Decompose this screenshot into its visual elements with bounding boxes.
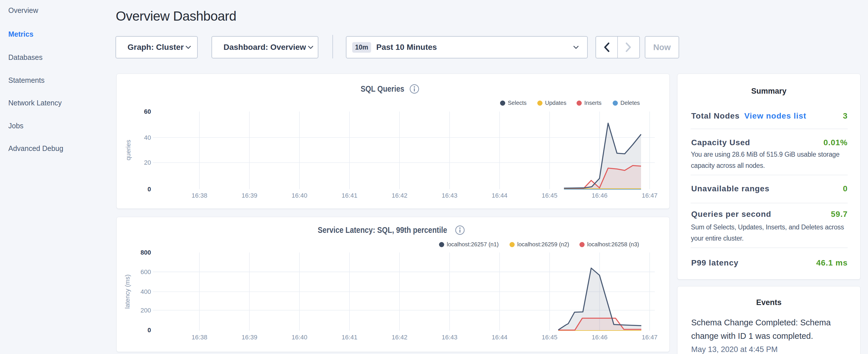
svg-text:16:44: 16:44 (492, 192, 507, 199)
svg-text:16:43: 16:43 (442, 192, 457, 199)
svg-text:20: 20 (144, 159, 151, 166)
svg-text:600: 600 (141, 268, 151, 276)
svg-text:400: 400 (141, 288, 151, 295)
svg-text:16:47: 16:47 (642, 334, 657, 341)
svg-text:16:38: 16:38 (191, 192, 207, 199)
svg-text:16:44: 16:44 (492, 334, 507, 341)
svg-text:16:43: 16:43 (442, 334, 457, 341)
svg-text:16:42: 16:42 (392, 192, 407, 199)
svg-text:16:45: 16:45 (541, 334, 557, 341)
svg-text:16:42: 16:42 (392, 334, 407, 341)
svg-text:40: 40 (144, 134, 151, 141)
svg-text:16:40: 16:40 (291, 334, 307, 341)
svg-text:16:45: 16:45 (541, 192, 557, 199)
svg-text:16:39: 16:39 (242, 192, 257, 199)
svg-text:16:41: 16:41 (342, 334, 358, 341)
svg-text:800: 800 (141, 249, 151, 256)
svg-text:16:39: 16:39 (242, 334, 257, 341)
svg-text:16:46: 16:46 (592, 334, 608, 341)
svg-text:60: 60 (144, 108, 151, 115)
svg-text:16:40: 16:40 (291, 192, 307, 199)
svg-text:16:46: 16:46 (592, 192, 608, 199)
svg-text:16:41: 16:41 (342, 192, 358, 199)
svg-text:0: 0 (148, 326, 151, 334)
svg-text:latency (ms): latency (ms) (124, 275, 131, 309)
svg-text:200: 200 (141, 307, 151, 314)
svg-text:16:38: 16:38 (191, 334, 207, 341)
svg-text:0: 0 (148, 186, 151, 193)
svg-text:16:47: 16:47 (642, 192, 657, 199)
svg-text:queries: queries (125, 140, 132, 160)
